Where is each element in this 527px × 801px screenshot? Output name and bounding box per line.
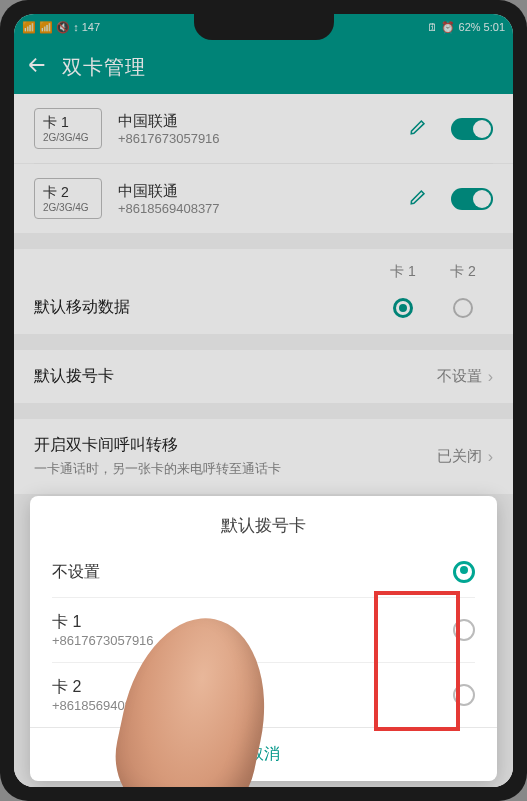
dialog-radio-card2 — [453, 684, 475, 706]
dialog-option-none[interactable]: 不设置 — [30, 547, 497, 597]
phone-notch — [194, 14, 334, 40]
dialog-option-card1[interactable]: 卡 1 +8617673057916 — [30, 598, 497, 662]
dialog-radio-card1 — [453, 619, 475, 641]
dialog-cancel-button[interactable]: 取消 — [30, 727, 497, 781]
dialog-option-none-label: 不设置 — [52, 562, 453, 583]
dialog-radio-none — [453, 561, 475, 583]
dialog-option-card1-number: +8617673057916 — [52, 633, 453, 648]
dialog-title: 默认拨号卡 — [30, 496, 497, 547]
dialog-option-card1-label: 卡 1 — [52, 612, 453, 633]
default-dial-dialog: 默认拨号卡 不设置 卡 1 +8617673057916 卡 2 +861856… — [30, 496, 497, 781]
